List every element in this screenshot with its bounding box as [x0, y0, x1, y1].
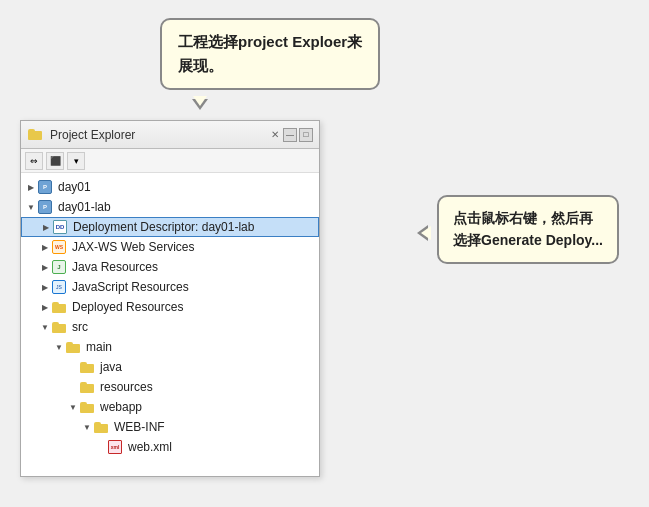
tree-item[interactable]: resources [21, 377, 319, 397]
item-icon-folder [79, 359, 95, 375]
tree-item-label: src [72, 320, 88, 334]
item-icon-folder [65, 339, 81, 355]
expand-icon[interactable]: ▶ [39, 240, 51, 254]
tree-item[interactable]: ▼webapp [21, 397, 319, 417]
tooltip-right: 点击鼠标右键，然后再 选择Generate Deploy... [437, 195, 619, 264]
tree-item-label: day01-lab [58, 200, 111, 214]
expand-icon[interactable]: ▼ [53, 340, 65, 354]
tree-item[interactable]: java [21, 357, 319, 377]
item-icon-folder [79, 399, 95, 415]
expand-icon[interactable]: ▼ [81, 420, 93, 434]
tree-item-label: java [100, 360, 122, 374]
panel-folder-icon [27, 127, 43, 143]
tooltip-top-line1: 工程选择project Exploer来 [178, 33, 362, 50]
expand-icon[interactable]: ▶ [39, 280, 51, 294]
expand-icon[interactable]: ▶ [39, 300, 51, 314]
panel-controls: — □ [283, 128, 313, 142]
item-icon-project: P [37, 199, 53, 215]
tree-item-label: Deployed Resources [72, 300, 183, 314]
toolbar-btn1[interactable]: ⇔ [25, 152, 43, 170]
tooltip-right-line2: 选择Generate Deploy... [453, 232, 603, 248]
tree-item[interactable]: ▶Deployed Resources [21, 297, 319, 317]
toolbar-btn3[interactable]: ▾ [67, 152, 85, 170]
panel-titlebar: Project Explorer ✕ — □ [21, 121, 319, 149]
item-icon-project: P [37, 179, 53, 195]
tree-item[interactable]: ▶JJava Resources [21, 257, 319, 277]
item-icon-folder [51, 319, 67, 335]
tree-item[interactable]: ▼WEB-INF [21, 417, 319, 437]
toolbar-btn2[interactable]: ⬛ [46, 152, 64, 170]
panel-toolbar: ⇔ ⬛ ▾ [21, 149, 319, 173]
tree-item[interactable]: ▼src [21, 317, 319, 337]
expand-icon[interactable]: ▶ [25, 180, 37, 194]
tree-item[interactable]: xmlweb.xml [21, 437, 319, 457]
tooltip-top: 工程选择project Exploer来 展现。 [160, 18, 380, 90]
item-icon-descriptor: DD [52, 219, 68, 235]
tree-item[interactable]: ▼Pday01-lab [21, 197, 319, 217]
tree-item[interactable]: ▶DDDeployment Descriptor: day01-lab [21, 217, 319, 237]
tree-item-label: webapp [100, 400, 142, 414]
tree-item[interactable]: ▼main [21, 337, 319, 357]
tree-item-label: Java Resources [72, 260, 158, 274]
item-icon-ws: WS [51, 239, 67, 255]
tooltip-top-line2: 展现。 [178, 57, 223, 74]
tree-item-label: resources [100, 380, 153, 394]
expand-icon [67, 380, 79, 394]
item-icon-xml: xml [107, 439, 123, 455]
expand-icon[interactable]: ▼ [25, 200, 37, 214]
item-icon-java: J [51, 259, 67, 275]
tree-item-label: WEB-INF [114, 420, 165, 434]
tree-item[interactable]: ▶WSJAX-WS Web Services [21, 237, 319, 257]
tree-item-label: Deployment Descriptor: day01-lab [73, 220, 254, 234]
expand-icon [67, 360, 79, 374]
tooltip-right-line1: 点击鼠标右键，然后再 [453, 210, 593, 226]
panel-close-tab[interactable]: ✕ [271, 129, 279, 140]
panel-title: Project Explorer [50, 128, 267, 142]
tree-item[interactable]: ▶Pday01 [21, 177, 319, 197]
item-icon-folder [51, 299, 67, 315]
tree-area: ▶Pday01▼Pday01-lab▶DDDeployment Descript… [21, 173, 319, 461]
expand-icon[interactable]: ▶ [40, 220, 52, 234]
tree-item-label: day01 [58, 180, 91, 194]
tree-item-label: main [86, 340, 112, 354]
expand-icon[interactable]: ▼ [67, 400, 79, 414]
tree-item-label: web.xml [128, 440, 172, 454]
expand-icon[interactable]: ▶ [39, 260, 51, 274]
expand-icon [95, 440, 107, 454]
minimize-button[interactable]: — [283, 128, 297, 142]
tree-item-label: JAX-WS Web Services [72, 240, 194, 254]
maximize-button[interactable]: □ [299, 128, 313, 142]
tree-item-label: JavaScript Resources [72, 280, 189, 294]
project-explorer-panel: Project Explorer ✕ — □ ⇔ ⬛ ▾ ▶Pday01▼Pda… [20, 120, 320, 477]
expand-icon[interactable]: ▼ [39, 320, 51, 334]
item-icon-folder [79, 379, 95, 395]
item-icon-resource: JS [51, 279, 67, 295]
tree-item[interactable]: ▶JSJavaScript Resources [21, 277, 319, 297]
item-icon-folder [93, 419, 109, 435]
